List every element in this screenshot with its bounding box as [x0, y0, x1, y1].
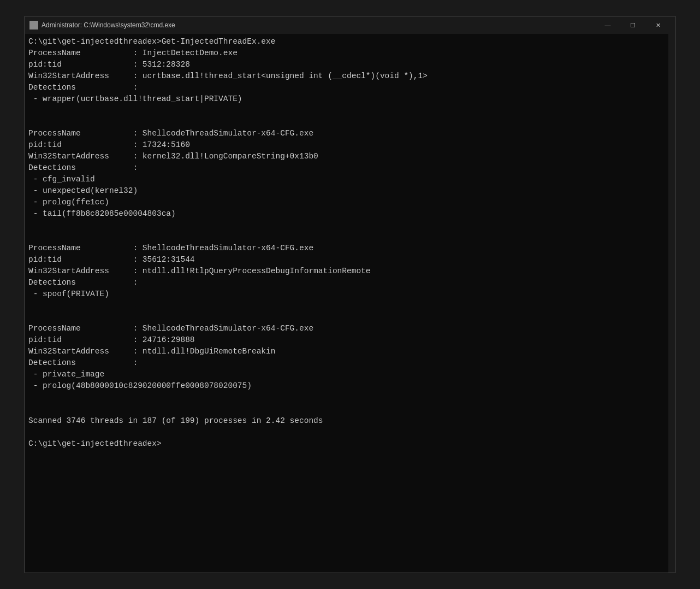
cmd-window: Administrator: C:\Windows\system32\cmd.e…: [25, 16, 675, 573]
window-icon: [29, 21, 38, 30]
console-output[interactable]: C:\git\get-injectedthreadex>Get-Injected…: [25, 34, 668, 573]
window-title: Administrator: C:\Windows\system32\cmd.e…: [41, 21, 595, 29]
minimize-button[interactable]: —: [595, 16, 620, 34]
svg-rect-2: [32, 22, 33, 23]
scrollbar[interactable]: [668, 34, 675, 573]
console-wrapper: C:\git\get-injectedthreadex>Get-Injected…: [25, 34, 675, 573]
window-controls: — ☐ ✕: [595, 16, 671, 34]
close-button[interactable]: ✕: [645, 16, 671, 34]
titlebar: Administrator: C:\Windows\system32\cmd.e…: [25, 16, 675, 34]
svg-rect-0: [31, 23, 37, 28]
maximize-button[interactable]: ☐: [620, 16, 645, 34]
